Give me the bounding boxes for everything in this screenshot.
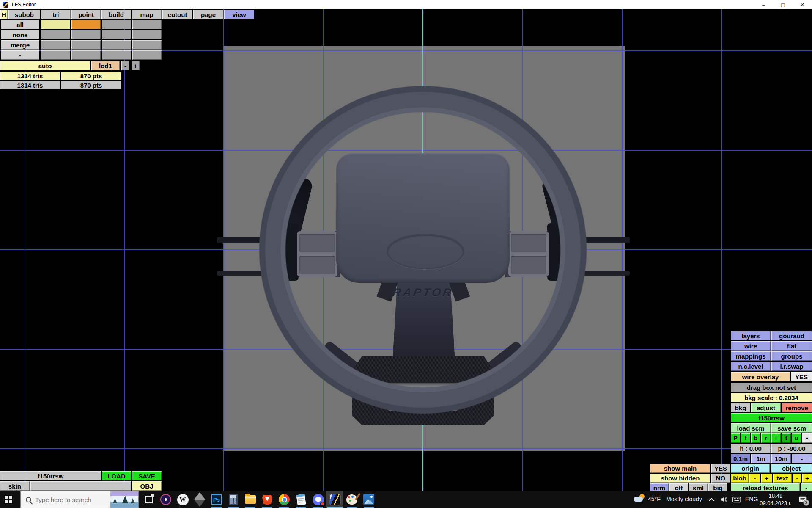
file-name-field[interactable]: f150rrsw	[0, 471, 101, 480]
gouraud-button[interactable]: gouraud	[771, 331, 812, 340]
menu-build[interactable]: build	[102, 10, 131, 19]
cell-none-map[interactable]	[132, 30, 162, 39]
load-scm-button[interactable]: load scm	[731, 423, 771, 433]
bkg-button[interactable]: bkg	[731, 403, 750, 412]
show-main-button[interactable]: show main	[650, 464, 710, 473]
search-input[interactable]	[35, 496, 103, 503]
show-hidden-button[interactable]: show hidden	[650, 474, 710, 483]
cell-merge-point[interactable]	[71, 40, 101, 50]
menu-h[interactable]: H	[0, 10, 8, 19]
lod-minus-button[interactable]: -	[121, 61, 129, 70]
skin-button[interactable]: skin	[0, 481, 30, 491]
row-minus-label[interactable]: -	[1, 50, 39, 60]
cell-none-tri[interactable]	[41, 30, 70, 39]
app-gray-kite[interactable]	[191, 491, 208, 508]
app-chrome[interactable]	[276, 491, 293, 508]
app-paint[interactable]	[343, 491, 360, 508]
maximize-button[interactable]: ▢	[773, 0, 793, 9]
blob-button[interactable]: blob	[731, 474, 749, 483]
menu-cutout[interactable]: cutout	[162, 10, 192, 19]
cell-minus-tri[interactable]	[41, 50, 70, 60]
text-button[interactable]: text	[773, 474, 792, 483]
remove-button[interactable]: remove	[782, 403, 812, 412]
show-hidden-value[interactable]: NO	[711, 474, 730, 483]
search-box[interactable]	[20, 491, 139, 508]
wire-overlay-button[interactable]: wire overlay	[731, 372, 790, 381]
row-all-label[interactable]: all	[1, 20, 39, 29]
flag-b-button[interactable]: b	[751, 433, 760, 443]
layers-button[interactable]: layers	[731, 331, 771, 340]
grid-minus-button[interactable]: -	[792, 454, 812, 463]
flat-button[interactable]: flat	[771, 341, 812, 351]
cell-merge-map[interactable]	[132, 40, 162, 50]
cell-none-build[interactable]	[102, 30, 131, 39]
app-file-explorer[interactable]	[242, 491, 259, 508]
app-calculator[interactable]	[225, 491, 242, 508]
grid-10m-button[interactable]: 10m	[771, 454, 791, 463]
flag-l-button[interactable]: l	[771, 433, 781, 443]
skin-name-field[interactable]	[30, 481, 131, 491]
tray-temperature[interactable]: 45°F	[648, 496, 661, 502]
start-button[interactable]	[0, 491, 17, 508]
app-brave[interactable]	[259, 491, 276, 508]
cell-all-map[interactable]	[132, 20, 162, 29]
flag-u-button[interactable]: u	[792, 433, 801, 443]
close-button[interactable]: ✕	[793, 0, 812, 9]
tray-keyboard[interactable]	[730, 491, 743, 508]
tray-volume[interactable]	[717, 491, 730, 508]
tray-weather-icon[interactable]	[632, 491, 647, 508]
cell-all-tri[interactable]	[41, 20, 70, 29]
row-none-label[interactable]: none	[1, 30, 39, 39]
lrswap-button[interactable]: l.r.swap	[771, 362, 812, 371]
cell-merge-build[interactable]	[102, 40, 131, 50]
text-minus-button[interactable]: -	[793, 474, 801, 483]
lod-button[interactable]: lod1	[91, 61, 120, 70]
tray-condition[interactable]: Mostly cloudy	[666, 496, 702, 502]
wire-button[interactable]: wire	[731, 341, 771, 351]
tray-language[interactable]: ENG	[745, 496, 758, 502]
app-lfs-editor-active[interactable]	[326, 491, 343, 508]
app-discord[interactable]	[310, 491, 326, 508]
menu-subob[interactable]: subob	[8, 10, 40, 19]
flag-t-button[interactable]: t	[782, 433, 791, 443]
menu-tri[interactable]: tri	[41, 10, 71, 19]
cell-all-point[interactable]	[71, 20, 101, 29]
grid-01m-button[interactable]: 0.1m	[731, 454, 750, 463]
cell-all-build[interactable]	[102, 20, 131, 29]
flag-f-button[interactable]: f	[741, 433, 750, 443]
tray-clock[interactable]: 18:48 09.04.2023 г.	[760, 492, 792, 507]
save-button[interactable]: SAVE	[132, 471, 162, 480]
blob-plus-button[interactable]: +	[761, 474, 772, 483]
menu-map[interactable]: map	[132, 10, 162, 19]
object-button[interactable]: object	[771, 464, 812, 473]
app-purple-ring[interactable]	[157, 491, 174, 508]
mappings-button[interactable]: mappings	[731, 351, 771, 361]
adjust-button[interactable]: adjust	[751, 403, 781, 412]
app-photoshop[interactable]: Ps	[208, 491, 225, 508]
wire-overlay-value[interactable]: YES	[791, 372, 812, 381]
minimize-button[interactable]: –	[754, 0, 773, 9]
action-center-button[interactable]: 2	[793, 491, 812, 508]
app-wikipedia[interactable]: W	[174, 491, 191, 508]
auto-button[interactable]: auto	[0, 61, 90, 70]
cell-minus-point[interactable]	[71, 50, 101, 60]
tray-chevron-up[interactable]	[705, 491, 717, 508]
flag-dot-button[interactable]: ●	[802, 433, 812, 443]
cell-merge-tri[interactable]	[41, 40, 70, 50]
app-notepad[interactable]	[293, 491, 310, 508]
menu-point[interactable]: point	[71, 10, 101, 19]
text-plus-button[interactable]: +	[802, 474, 812, 483]
save-scm-button[interactable]: save scm	[771, 423, 812, 433]
load-button[interactable]: LOAD	[102, 471, 131, 480]
task-view-button[interactable]	[140, 491, 157, 508]
menu-view[interactable]: view	[224, 10, 254, 19]
flag-r-button[interactable]: r	[761, 433, 771, 443]
row-merge-label[interactable]: merge	[1, 40, 39, 50]
cell-none-point[interactable]	[71, 30, 101, 39]
menu-page[interactable]: page	[193, 10, 223, 19]
cell-minus-map[interactable]	[132, 50, 162, 60]
flag-p-button[interactable]: P	[731, 433, 740, 443]
grid-1m-button[interactable]: 1m	[751, 454, 771, 463]
lod-plus-button[interactable]: +	[132, 61, 140, 70]
nclevel-button[interactable]: n.c.level	[731, 362, 771, 371]
